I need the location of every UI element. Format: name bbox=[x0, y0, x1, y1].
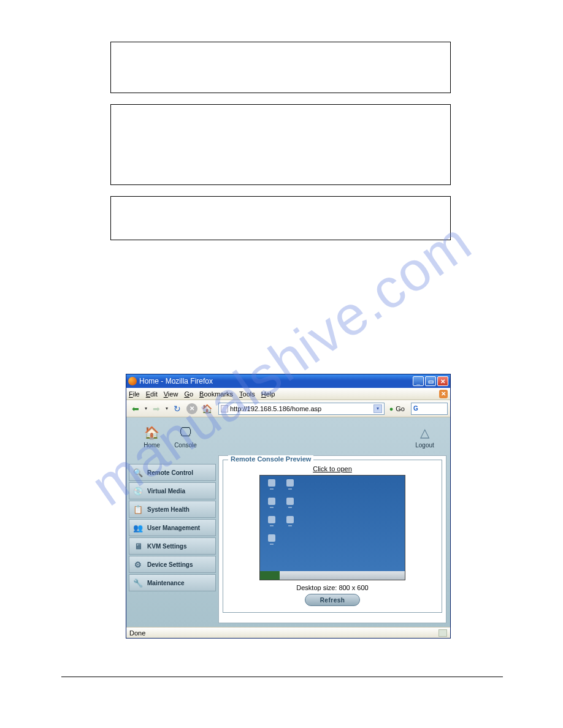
reload-button[interactable]: ↻ bbox=[170, 402, 184, 415]
menu-go[interactable]: Go bbox=[184, 390, 193, 398]
titlebar: Home - Mozilla Firefox _ ▭ ✕ bbox=[126, 374, 450, 388]
window-title: Home - Mozilla Firefox bbox=[139, 377, 213, 385]
close-button[interactable]: ✕ bbox=[437, 376, 448, 386]
user-management-icon: 👥 bbox=[132, 521, 144, 534]
status-security-icon bbox=[439, 629, 447, 637]
sidebar-item-kvm-settings[interactable]: 🖥 KVM Settings bbox=[129, 537, 216, 555]
statusbar: Done bbox=[126, 627, 450, 638]
sidebar-label-remote-control: Remote Control bbox=[147, 469, 193, 476]
menu-edit[interactable]: Edit bbox=[146, 390, 158, 398]
main-panel: Remote Console Preview Click to open xxx… bbox=[218, 455, 446, 623]
kvm-settings-icon: 🖥 bbox=[132, 540, 144, 552]
back-menu-icon[interactable]: ▾ bbox=[145, 406, 147, 411]
sidebar-label-kvm-settings: KVM Settings bbox=[147, 543, 186, 550]
go-label[interactable]: Go bbox=[396, 405, 405, 412]
tab-close-icon[interactable]: ✕ bbox=[439, 390, 448, 398]
refresh-button[interactable]: Refresh bbox=[305, 594, 360, 606]
preview-taskbar bbox=[260, 571, 405, 580]
url-input[interactable] bbox=[230, 405, 372, 412]
preview-legend: Remote Console Preview bbox=[228, 455, 313, 463]
remote-console-preview[interactable]: xxx xxx xxx xxx xxx xxx xxx bbox=[259, 475, 405, 580]
console-icon: 🖵 bbox=[177, 425, 194, 441]
search-engine-icon: G bbox=[413, 405, 418, 412]
sidebar-label-user-management: User Management bbox=[147, 525, 200, 531]
menu-bookmarks[interactable]: Bookmarks bbox=[199, 390, 233, 398]
forward-button[interactable]: ➡ bbox=[150, 402, 163, 415]
menu-help[interactable]: Help bbox=[261, 390, 275, 398]
top-console-label: Console bbox=[174, 442, 197, 449]
placeholder-boxes bbox=[110, 42, 451, 251]
toolbar: ⬅ ▾ ➡ ▾ ↻ ✕ 🏠 ▾ ● Go G bbox=[126, 400, 450, 417]
system-health-icon: 📋 bbox=[132, 503, 144, 515]
sidebar-item-device-settings[interactable]: ⚙ Device Settings bbox=[129, 556, 216, 573]
top-logout-label: Logout bbox=[415, 442, 434, 449]
menubar: File Edit View Go Bookmarks Tools Help ✕ bbox=[126, 388, 450, 400]
status-text: Done bbox=[129, 629, 145, 637]
preview-fieldset: Remote Console Preview Click to open xxx… bbox=[223, 460, 442, 613]
minimize-button[interactable]: _ bbox=[413, 376, 424, 386]
sidebar: 🔍 Remote Control 💿 Virtual Media 📋 Syste… bbox=[126, 455, 218, 627]
logout-icon: △ bbox=[416, 425, 434, 441]
top-logout-button[interactable]: △ Logout bbox=[408, 425, 442, 449]
address-bar[interactable]: ▾ bbox=[218, 403, 385, 415]
top-console-button[interactable]: 🖵 Console bbox=[169, 425, 202, 449]
sidebar-label-virtual-media: Virtual Media bbox=[147, 488, 185, 495]
menu-tools[interactable]: Tools bbox=[239, 390, 255, 398]
sidebar-label-system-health: System Health bbox=[147, 506, 190, 513]
device-settings-icon: ⚙ bbox=[132, 558, 144, 571]
click-to-open-link[interactable]: Click to open bbox=[228, 465, 437, 472]
maximize-button[interactable]: ▭ bbox=[425, 376, 436, 386]
search-box[interactable]: G bbox=[411, 403, 448, 415]
virtual-media-icon: 💿 bbox=[132, 485, 144, 497]
sidebar-item-system-health[interactable]: 📋 System Health bbox=[129, 501, 216, 518]
top-home-button[interactable]: 🏠 Home bbox=[135, 425, 169, 449]
menu-view[interactable]: View bbox=[164, 390, 178, 398]
sidebar-label-device-settings: Device Settings bbox=[147, 561, 193, 568]
go-icon[interactable]: ● bbox=[389, 405, 394, 412]
browser-window: Home - Mozilla Firefox _ ▭ ✕ File Edit V… bbox=[126, 374, 451, 639]
firefox-icon bbox=[128, 377, 137, 385]
stop-button[interactable]: ✕ bbox=[186, 403, 197, 414]
empty-box-3 bbox=[110, 196, 451, 240]
maintenance-icon: 🔧 bbox=[132, 577, 144, 589]
home-icon: 🏠 bbox=[144, 425, 161, 441]
menu-file[interactable]: File bbox=[129, 390, 140, 398]
page-icon bbox=[221, 405, 228, 412]
sidebar-item-virtual-media[interactable]: 💿 Virtual Media bbox=[129, 482, 216, 499]
page-content: 🏠 Home 🖵 Console △ Logout 🔍 Remote Contr… bbox=[126, 417, 450, 627]
horizontal-rule bbox=[61, 677, 503, 677]
sidebar-label-maintenance: Maintenance bbox=[147, 580, 185, 586]
sidebar-item-user-management[interactable]: 👥 User Management bbox=[129, 519, 216, 536]
empty-box-2 bbox=[110, 104, 451, 185]
remote-control-icon: 🔍 bbox=[132, 466, 144, 479]
sidebar-item-remote-control[interactable]: 🔍 Remote Control bbox=[129, 464, 216, 481]
empty-box-1 bbox=[110, 42, 451, 93]
desktop-size-label: Desktop size: 800 x 600 bbox=[228, 584, 437, 591]
home-button[interactable]: 🏠 bbox=[200, 402, 213, 415]
top-home-label: Home bbox=[144, 442, 160, 449]
sidebar-item-maintenance[interactable]: 🔧 Maintenance bbox=[129, 574, 216, 591]
address-dropdown-icon[interactable]: ▾ bbox=[373, 404, 382, 413]
forward-menu-icon[interactable]: ▾ bbox=[166, 406, 168, 411]
back-button[interactable]: ⬅ bbox=[129, 402, 142, 415]
